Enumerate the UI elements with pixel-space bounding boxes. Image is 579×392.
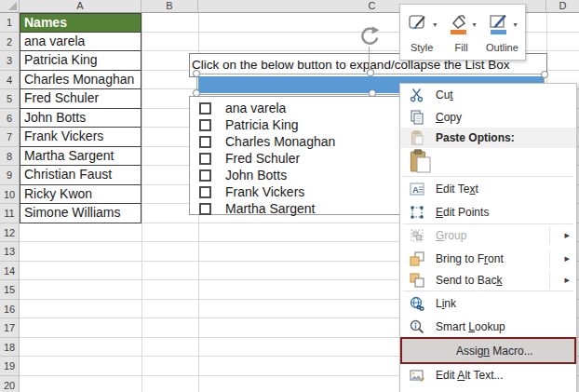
outline-icon <box>487 12 511 36</box>
row-header[interactable]: 11 <box>0 204 19 223</box>
menu-item-paste-options: Paste Options: <box>400 128 576 148</box>
checkbox-unchecked-icon[interactable] <box>199 102 211 115</box>
dropdown-arrow-icon[interactable]: ▾ <box>433 20 437 29</box>
row-header[interactable]: 3 <box>0 51 19 71</box>
menu-item-cut[interactable]: Cut <box>400 84 576 106</box>
row-header[interactable]: 18 <box>0 338 19 358</box>
submenu-arrow-icon: ▸ <box>564 274 570 286</box>
cell-name[interactable]: ana varela <box>20 33 141 52</box>
link-icon <box>410 296 424 311</box>
row-header[interactable]: 13 <box>0 242 19 262</box>
select-all-corner[interactable] <box>0 0 20 13</box>
cut-icon <box>410 88 424 102</box>
column-header-a[interactable]: A <box>20 0 141 13</box>
cell-a1-names-header[interactable]: Names <box>20 13 141 33</box>
menu-item-send-to-back[interactable]: Send to Back ▸ <box>400 269 576 291</box>
row-header[interactable]: 14 <box>0 262 19 281</box>
edit-alt-text-icon <box>410 368 424 383</box>
rotation-connector-line <box>369 47 370 71</box>
cell-name[interactable]: Frank Vickers <box>20 128 141 147</box>
cell-name[interactable]: Patricia King <box>20 51 141 71</box>
selection-handle-top-mid[interactable] <box>367 69 374 76</box>
list-item[interactable]: Patricia King <box>190 116 402 133</box>
menu-item-smart-lookup[interactable]: Smart Lookup <box>400 316 576 338</box>
row-header[interactable]: 7 <box>0 128 19 147</box>
row-header[interactable]: 20 <box>0 376 19 392</box>
menu-item-paste[interactable] <box>400 148 576 174</box>
row-header[interactable]: 9 <box>0 166 19 185</box>
checkbox-unchecked-icon[interactable] <box>199 169 211 182</box>
edit-text-icon: A <box>410 182 424 196</box>
names-listbox[interactable]: ana varela Patricia King Charles Monagha… <box>189 96 403 215</box>
menu-item-assign-macro[interactable]: Assign Macro... <box>400 337 576 364</box>
menu-item-link[interactable]: Link <box>400 292 576 315</box>
selection-handle-bottom-left[interactable] <box>193 89 200 97</box>
list-item[interactable]: Frank Vickers <box>190 183 402 200</box>
submenu-divider <box>549 227 550 244</box>
cell-name[interactable]: John Botts <box>20 109 141 128</box>
menu-item-edit-text[interactable]: A Edit Text <box>400 178 576 200</box>
column-header-b[interactable]: B <box>141 0 198 13</box>
checkbox-unchecked-icon[interactable] <box>199 119 211 131</box>
cell-name[interactable]: Ricky Kwon <box>20 185 141 205</box>
selection-handle-top-right[interactable] <box>541 71 548 78</box>
bring-to-front-icon <box>410 251 424 266</box>
cell-name[interactable]: Simone Williams <box>20 204 141 223</box>
dropdown-arrow-icon[interactable]: ▾ <box>513 20 517 29</box>
menu-item-edit-alt-text[interactable]: Edit Alt Text... <box>400 364 576 386</box>
submenu-arrow-icon: ▸ <box>564 229 570 241</box>
list-item[interactable]: Martha Sargent <box>190 200 402 217</box>
selection-handle-top-left[interactable] <box>193 70 200 77</box>
menu-item-copy[interactable]: Copy <box>400 106 576 128</box>
submenu-divider <box>549 272 550 289</box>
row-header[interactable]: 17 <box>0 318 19 338</box>
checkbox-unchecked-icon[interactable] <box>199 153 211 165</box>
row-header[interactable]: 1 <box>0 13 19 33</box>
cell-name[interactable]: Christian Faust <box>20 166 141 185</box>
submenu-arrow-icon: ▸ <box>564 252 570 264</box>
checkbox-unchecked-icon[interactable] <box>199 186 211 198</box>
column-header-d[interactable]: D <box>546 0 579 13</box>
row-header[interactable]: 16 <box>0 300 19 319</box>
rotate-handle-icon[interactable] <box>358 25 381 47</box>
mini-toolbar: ▾ Style ▾ Fill ▾ <box>399 4 526 61</box>
row-header[interactable]: 8 <box>0 147 19 167</box>
svg-text:A: A <box>412 184 419 195</box>
list-item[interactable]: Charles Monaghan <box>190 133 402 150</box>
list-item[interactable]: ana varela <box>190 100 402 116</box>
row-header[interactable]: 5 <box>0 89 19 109</box>
menu-separator <box>403 291 573 291</box>
menu-item-edit-points[interactable]: Edit Points <box>400 201 576 223</box>
group-icon <box>410 228 424 243</box>
cell-name[interactable]: Fred Schuler <box>20 89 141 109</box>
cell-name[interactable]: Charles Monaghan <box>20 71 141 90</box>
row-header[interactable]: 19 <box>0 357 19 376</box>
paste-options-icon <box>410 130 424 145</box>
style-button[interactable]: ▾ Style <box>402 7 441 60</box>
select-all-triangle-icon <box>8 2 17 10</box>
excel-window: A B C D 1 2 3 4 5 6 7 8 9 10 11 12 13 14… <box>0 0 579 392</box>
dropdown-arrow-icon[interactable]: ▾ <box>473 20 477 29</box>
row-header[interactable]: 15 <box>0 280 19 300</box>
list-item[interactable]: Fred Schuler <box>190 150 402 167</box>
paste-icon <box>410 149 432 173</box>
list-item[interactable]: John Botts <box>190 167 402 183</box>
row-header[interactable]: 12 <box>0 223 19 243</box>
row-header[interactable]: 6 <box>0 109 19 128</box>
send-to-back-icon <box>410 273 424 288</box>
row-header[interactable]: 2 <box>0 33 19 52</box>
row-header[interactable]: 10 <box>0 185 19 205</box>
cell-name[interactable]: Martha Sargent <box>20 147 141 167</box>
row-header[interactable]: 4 <box>0 71 19 90</box>
row-header-gutter: 1 2 3 4 5 6 7 8 9 10 11 12 13 14 15 16 1… <box>0 13 20 392</box>
checkbox-unchecked-icon[interactable] <box>199 203 211 215</box>
selection-handle-bottom-mid[interactable] <box>369 89 376 97</box>
checkbox-unchecked-icon[interactable] <box>199 136 211 148</box>
style-icon <box>407 12 431 36</box>
menu-item-bring-to-front[interactable]: Bring to Front ▸ <box>400 248 576 270</box>
menu-separator <box>403 176 573 177</box>
outline-button[interactable]: ▾ Outline <box>481 7 523 60</box>
fill-button[interactable]: ▾ Fill <box>441 7 480 60</box>
gridline <box>141 13 142 392</box>
edit-points-icon <box>410 205 424 220</box>
